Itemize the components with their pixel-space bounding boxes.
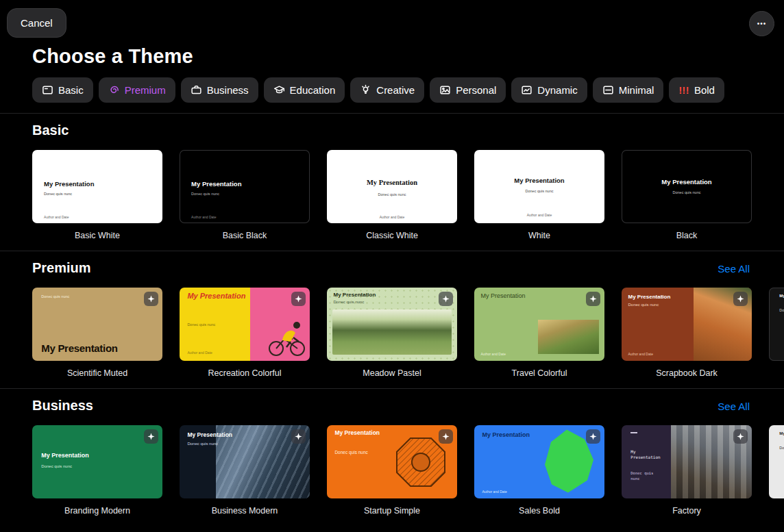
premium-star-badge: [291, 429, 306, 444]
section-basic: Basic My Presentation Donec quis nunc Au…: [0, 113, 784, 240]
slide-title: My Presentation: [779, 431, 784, 435]
theme-name: Factory: [622, 506, 752, 516]
premium-star-badge: [144, 292, 158, 306]
theme-card-classic-white[interactable]: My Presentation Donec quis nunc Author a…: [327, 150, 457, 240]
slide-subtitle: Donec quis nunc: [41, 294, 69, 299]
filter-chip-dynamic[interactable]: Dynamic: [511, 77, 587, 103]
section-divider: [0, 388, 784, 389]
theme-preview: My Presentation Author and Date: [474, 288, 604, 361]
theme-card-basic-white[interactable]: My Presentation Donec quis nunc Author a…: [32, 150, 162, 240]
slide-subtitle: Donec quis nunc: [779, 308, 784, 312]
theme-card-scientific-muted[interactable]: Donec quis nunc My Presentation Scientif…: [32, 288, 162, 378]
theme-preview: My Presentation Donec quis nunc: [327, 288, 457, 361]
theme-name: Travel Colorful: [474, 368, 604, 378]
filter-chip-business[interactable]: Business: [181, 77, 258, 103]
slide-title: My Presentation: [41, 342, 117, 354]
theme-card-black[interactable]: My Presentation Donec quis nunc Black: [622, 150, 752, 240]
star-icon: [295, 295, 302, 303]
filter-chip-label: Premium: [125, 84, 166, 96]
see-all-business-link[interactable]: See All: [718, 401, 750, 412]
star-icon: [295, 433, 302, 440]
slide-title: My Presentation: [334, 430, 389, 436]
theme-name: Branding Modern: [32, 506, 162, 516]
theme-card-basic-black[interactable]: My Presentation Donec quis nunc Author a…: [180, 150, 310, 240]
green-blob-shape: [527, 427, 596, 496]
theme-preview: My Presentation Donec quis nunc: [32, 425, 162, 498]
filter-chip-personal[interactable]: Personal: [430, 77, 506, 103]
filter-chip-basic[interactable]: Basic: [32, 77, 93, 103]
theme-preview: My Presentation Donec quis nunc: [327, 425, 457, 498]
filter-chip-education[interactable]: Education: [264, 77, 345, 103]
filter-chip-minimal[interactable]: Minimal: [593, 77, 664, 103]
slide-title: My Presentation: [630, 449, 664, 460]
slide-subtitle: Donec quis nunc: [191, 192, 219, 196]
filter-chip-label: Bold: [694, 84, 715, 96]
filter-chip-bold[interactable]: !!! Bold: [669, 77, 724, 103]
lightbulb-icon: [360, 84, 371, 96]
premium-star-badge: [586, 429, 600, 444]
top-toolbar: Cancel •••: [0, 0, 784, 38]
theme-name: Scrapbook Dark: [622, 368, 752, 378]
section-title: Business: [32, 398, 93, 414]
slide-subtitle: Donec quis nunc: [41, 464, 72, 468]
theme-name: Basic Black: [180, 231, 310, 240]
slide-footer: Author and Date: [187, 351, 212, 355]
theme-card-sales-bold[interactable]: My Presentation Author and Date Sales Bo…: [474, 425, 604, 516]
travel-photo: [538, 320, 599, 354]
slide-icon: [42, 84, 53, 96]
slide-title: My Presentation: [474, 177, 604, 184]
theme-card-white[interactable]: My Presentation Donec quis nunc Author a…: [474, 150, 604, 240]
star-icon: [737, 295, 744, 303]
slide-footer: Author and Date: [44, 215, 69, 219]
theme-name: Black: [622, 231, 752, 240]
theme-card-scrapbook-dark[interactable]: My Presentation Donec quis nunc Author a…: [622, 288, 752, 378]
theme-name: Basic White: [32, 231, 162, 240]
star-icon: [442, 433, 450, 440]
theme-row-basic: My Presentation Donec quis nunc Author a…: [0, 150, 784, 240]
theme-preview: Donec quis nunc My Presentation: [32, 288, 162, 361]
theme-name: Recreation Colorful: [180, 368, 310, 378]
more-options-button[interactable]: •••: [749, 11, 774, 36]
star-icon: [737, 433, 744, 440]
theme-preview: My Presentation Donec quis nunc: [769, 425, 784, 498]
theme-row-business: My Presentation Donec quis nunc Branding…: [0, 425, 784, 516]
theme-card-recreation-colorful[interactable]: My Presentation Donec quis nunc Author a…: [180, 288, 310, 378]
filter-chip-creative[interactable]: Creative: [350, 77, 424, 103]
theme-name: Classic White: [327, 231, 457, 240]
slide-title: My Presentation: [622, 178, 752, 186]
filter-chip-premium[interactable]: Premium: [99, 77, 175, 103]
theme-card-business-modern[interactable]: My Presentation Donec quis nunc Business…: [180, 425, 310, 516]
section-divider: [0, 113, 784, 114]
meadow-photo: [332, 309, 452, 355]
filter-chip-label: Education: [290, 84, 336, 96]
theme-card-factory[interactable]: My Presentation Donec quis nunc Factory: [622, 425, 752, 516]
premium-star-badge: [586, 292, 600, 306]
slide-title: My Presentation: [187, 292, 247, 301]
theme-preview: My Presentation Donec quis nunc Author a…: [180, 150, 310, 223]
slide-subtitle: Donec quis nunc: [622, 190, 752, 194]
theme-card-travel-colorful[interactable]: My Presentation Author and Date Travel C…: [474, 288, 604, 378]
slide-title: My Presentation: [327, 179, 457, 186]
theme-name: Sales Bold: [474, 506, 604, 516]
section-title: Basic: [32, 123, 69, 138]
slide-subtitle: Donec quis nunc: [334, 300, 365, 304]
cancel-button[interactable]: Cancel: [7, 8, 66, 38]
theme-card-startup-simple[interactable]: My Presentation Donec quis nunc Startup …: [327, 425, 457, 516]
briefcase-icon: [191, 84, 202, 96]
theme-card-meadow-pastel[interactable]: My Presentation Donec quis nunc Meadow P…: [327, 288, 457, 378]
theme-card-partial[interactable]: My Presentation Donec quis nunc: [769, 288, 784, 378]
slide-title: My Presentation: [187, 431, 232, 438]
swirl-icon: [108, 84, 120, 96]
premium-star-badge: [733, 292, 748, 306]
theme-preview: My Presentation Donec quis nunc Author a…: [622, 288, 752, 361]
see-all-premium-link[interactable]: See All: [718, 263, 750, 275]
slide-title: My Presentation: [44, 180, 94, 188]
theme-name: Meadow Pastel: [327, 368, 457, 378]
slide-subtitle: Donec quis nunc: [187, 442, 218, 446]
theme-card-partial[interactable]: My Presentation Donec quis nunc: [769, 425, 784, 516]
star-icon: [589, 433, 597, 440]
slide-title: My Presentation: [482, 431, 530, 438]
theme-card-branding-modern[interactable]: My Presentation Donec quis nunc Branding…: [32, 425, 162, 516]
star-icon: [589, 295, 597, 303]
slide-footer: Author and Date: [628, 352, 653, 356]
